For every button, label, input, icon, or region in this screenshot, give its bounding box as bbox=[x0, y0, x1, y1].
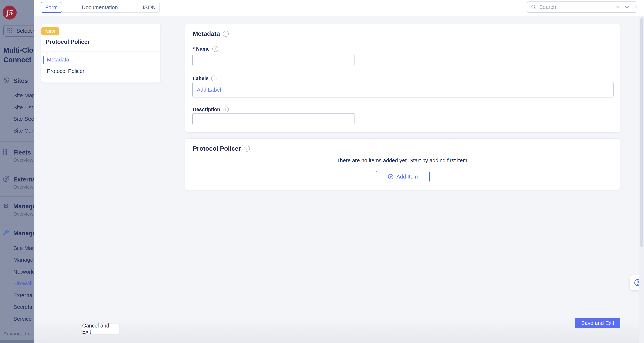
fleets-icon bbox=[2, 148, 10, 156]
labels-label: Labels i bbox=[193, 76, 217, 82]
sidebar-divider bbox=[0, 223, 34, 223]
sidebar-bottom-strip bbox=[0, 340, 34, 343]
labels-label-text: Labels bbox=[193, 76, 209, 82]
sidebar-item-site-security[interactable]: Site Secu bbox=[13, 116, 34, 122]
info-icon[interactable]: i bbox=[212, 46, 218, 52]
workspace-title-line1: Multi-Clou bbox=[3, 46, 34, 54]
labels-field[interactable]: Add Label bbox=[192, 82, 614, 98]
add-label-button[interactable]: Add Label bbox=[197, 87, 221, 93]
protocol-policer-heading: Protocol Policer i bbox=[193, 145, 250, 152]
name-label: * Name i bbox=[193, 46, 218, 52]
f5-logo: f5 bbox=[2, 6, 16, 20]
cancel-button-label: Cancel and Exit bbox=[82, 323, 120, 335]
footer-fade bbox=[34, 319, 644, 343]
sidebar-item-networking[interactable]: Network bbox=[13, 268, 34, 275]
sidebar-item-external-services[interactable]: Externa bbox=[13, 176, 34, 183]
sidebar-item-service[interactable]: Service bbox=[13, 315, 32, 322]
sidebar-divider bbox=[0, 141, 34, 142]
search-icon bbox=[531, 4, 536, 10]
active-nav-indicator bbox=[43, 56, 44, 64]
sidebar-item-firewall[interactable]: Firewall bbox=[13, 280, 32, 287]
sidebar-item-external[interactable]: External bbox=[13, 292, 34, 299]
panel-nav-protocol-policer[interactable]: Protocol Policer bbox=[47, 68, 84, 74]
status-badge-new: New bbox=[41, 27, 59, 36]
sidebar-item-site-management[interactable]: Site Man bbox=[13, 244, 34, 252]
sidebar-subitem-external-overview[interactable]: Overview bbox=[13, 184, 33, 190]
sidebar-item-site-map[interactable]: Site Map bbox=[13, 92, 34, 99]
panel-divider bbox=[41, 52, 161, 52]
sidebar-divider bbox=[0, 71, 34, 71]
description-field[interactable] bbox=[192, 113, 354, 125]
description-label-text: Description bbox=[193, 107, 220, 112]
metadata-heading-label: Metadata bbox=[193, 30, 220, 37]
search-box[interactable] bbox=[527, 2, 637, 12]
tab-documentation[interactable]: Documentation bbox=[62, 2, 138, 13]
close-icon[interactable] bbox=[634, 4, 639, 10]
advanced-nav-toggle[interactable]: Advanced nav bbox=[3, 331, 34, 337]
info-icon[interactable]: i bbox=[223, 106, 229, 112]
select-service-label: Select s bbox=[16, 28, 34, 34]
sidebar-divider bbox=[0, 326, 34, 326]
modal-body: New Protocol Policer Metadata Protocol P… bbox=[34, 16, 644, 343]
tab-json-label: JSON bbox=[142, 4, 156, 10]
select-service-button[interactable]: Select s bbox=[3, 25, 34, 36]
shield-arrow-icon bbox=[2, 176, 10, 183]
search-input[interactable] bbox=[539, 4, 609, 10]
sidebar-divider bbox=[0, 170, 34, 170]
helm-icon bbox=[2, 202, 10, 210]
info-icon[interactable]: i bbox=[244, 146, 250, 152]
wrench-icon bbox=[2, 229, 10, 237]
sidebar-item-sites[interactable]: Sites bbox=[13, 77, 28, 84]
globe-icon bbox=[3, 77, 10, 84]
workspace-title-line2: Connect bbox=[3, 56, 32, 64]
sidebar-item-site-list[interactable]: Site List bbox=[13, 104, 33, 111]
panel-nav-metadata[interactable]: Metadata bbox=[47, 56, 69, 63]
scrollbar-thumb[interactable] bbox=[640, 18, 643, 247]
chevron-up-icon[interactable] bbox=[615, 4, 620, 10]
tab-form-label: Form bbox=[45, 4, 58, 10]
save-button[interactable]: Save and Exit bbox=[575, 318, 620, 328]
grid-icon bbox=[7, 27, 13, 35]
f5-logo-text: f5 bbox=[6, 8, 13, 17]
save-button-label: Save and Exit bbox=[581, 320, 614, 326]
sidebar-subitem-fleets-overview[interactable]: Overview bbox=[13, 157, 33, 163]
sidebar-item-manage-sub[interactable]: Manage bbox=[13, 256, 33, 263]
sidebar-item-managed-k8s[interactable]: Manage bbox=[13, 203, 34, 210]
empty-list-message: There are no items added yet. Start by a… bbox=[185, 158, 620, 164]
sidebar-item-fleets[interactable]: Fleets bbox=[13, 149, 31, 156]
sidebar-divider bbox=[0, 196, 34, 196]
panel-title: Protocol Policer bbox=[46, 38, 90, 45]
panel-divider-notch bbox=[46, 49, 50, 54]
description-label: Description i bbox=[193, 106, 229, 112]
name-label-text: * Name bbox=[193, 46, 210, 52]
plus-circle-icon bbox=[388, 174, 394, 180]
sidebar-subitem-managed-overview[interactable]: Overview bbox=[13, 211, 33, 217]
metadata-section: Metadata i * Name i Labels i Add Label D… bbox=[185, 24, 620, 132]
add-item-label: Add Item bbox=[396, 174, 418, 180]
tab-form[interactable]: Form bbox=[41, 2, 62, 13]
sidebar-item-manage[interactable]: Manage bbox=[13, 230, 34, 237]
chevron-down-icon[interactable] bbox=[624, 4, 630, 10]
sidebar-item-site-connectivity[interactable]: Site Con bbox=[13, 127, 34, 134]
info-icon[interactable]: i bbox=[223, 31, 229, 37]
add-item-button[interactable]: Add Item bbox=[376, 171, 430, 182]
protocol-policer-section: Protocol Policer i There are no items ad… bbox=[185, 138, 620, 190]
step-panel: New Protocol Policer Metadata Protocol P… bbox=[41, 24, 161, 83]
sidebar-item-secrets[interactable]: Secrets bbox=[13, 304, 32, 310]
cancel-button[interactable]: Cancel and Exit bbox=[82, 324, 120, 334]
name-field[interactable] bbox=[192, 54, 354, 66]
tab-json[interactable]: JSON bbox=[138, 2, 160, 13]
modal-header: Documentation JSON Form bbox=[34, 0, 644, 16]
metadata-heading: Metadata i bbox=[193, 30, 229, 37]
info-icon[interactable]: i bbox=[211, 76, 217, 82]
sidebar: f5 Select s Multi-Clou Connect Sites Sit… bbox=[0, 0, 34, 343]
tab-documentation-label: Documentation bbox=[82, 4, 118, 10]
protocol-policer-heading-label: Protocol Policer bbox=[193, 145, 241, 152]
badge-label: New bbox=[45, 28, 55, 34]
